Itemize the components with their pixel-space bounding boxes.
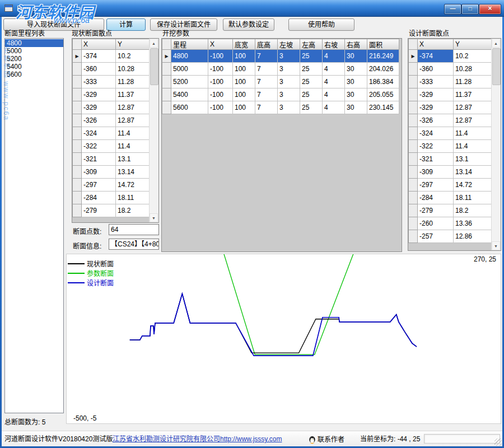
row-selector-cell[interactable]: ▶ bbox=[162, 50, 171, 63]
table-cell[interactable]: -322 bbox=[418, 140, 454, 153]
table-cell[interactable]: 4 bbox=[323, 76, 345, 88]
table-cell[interactable]: -324 bbox=[82, 127, 116, 140]
minimize-button[interactable]: — bbox=[444, 4, 461, 15]
table-cell[interactable]: -329 bbox=[418, 88, 454, 101]
table-cell[interactable]: 100 bbox=[233, 63, 255, 76]
table-row[interactable]: -33311.28 bbox=[409, 76, 492, 88]
row-selector-cell[interactable] bbox=[162, 101, 171, 114]
table-cell[interactable]: -321 bbox=[418, 153, 454, 166]
resize-grip[interactable] bbox=[494, 438, 502, 446]
row-selector-cell[interactable] bbox=[73, 140, 82, 153]
table-cell[interactable]: 25 bbox=[300, 63, 323, 76]
table-row[interactable]: -32211.4 bbox=[73, 140, 150, 153]
table-row[interactable]: ▶-37410.2 bbox=[409, 50, 492, 63]
column-header[interactable]: Y bbox=[454, 39, 492, 50]
table-cell[interactable]: 11.37 bbox=[454, 88, 492, 101]
row-selector-cell[interactable] bbox=[73, 63, 82, 76]
table-cell[interactable]: 18.11 bbox=[454, 192, 492, 204]
table-cell[interactable]: -326 bbox=[418, 114, 454, 127]
table-cell[interactable]: -374 bbox=[418, 50, 454, 63]
table-cell[interactable]: 30 bbox=[345, 63, 367, 76]
table-row[interactable]: -25712.86 bbox=[409, 230, 492, 243]
table-cell[interactable]: 7 bbox=[255, 63, 278, 76]
row-selector-cell[interactable] bbox=[162, 76, 171, 88]
table-cell[interactable]: -100 bbox=[208, 50, 233, 63]
table-cell[interactable]: 10.28 bbox=[116, 63, 150, 76]
close-button[interactable]: × bbox=[479, 4, 501, 15]
row-selector-cell[interactable] bbox=[73, 101, 82, 114]
column-header[interactable]: X bbox=[208, 39, 233, 50]
contact-author-button[interactable]: 联系作者 bbox=[309, 435, 344, 445]
table-cell[interactable]: -100 bbox=[208, 63, 233, 76]
table-cell[interactable]: 18.11 bbox=[116, 192, 150, 204]
section-info-field[interactable]: 【CS24】【4+800 bbox=[109, 239, 159, 250]
table-cell[interactable]: 230.145 bbox=[367, 101, 399, 114]
column-header[interactable]: Y bbox=[116, 39, 150, 50]
column-header[interactable]: 左高 bbox=[300, 39, 323, 50]
table-row[interactable]: -32912.87 bbox=[409, 101, 492, 114]
column-header[interactable]: 左坡 bbox=[278, 39, 300, 50]
table-row[interactable]: -33311.28 bbox=[73, 76, 150, 88]
row-selector-cell[interactable] bbox=[73, 192, 82, 204]
current-points-grid[interactable]: XY▶-37410.2-36010.28-33311.28-32911.37-3… bbox=[72, 38, 159, 223]
save-design-section-button[interactable]: 保存设计断面文件 bbox=[150, 18, 217, 31]
table-row[interactable]: -32211.4 bbox=[409, 140, 492, 153]
column-header[interactable]: 底高 bbox=[255, 39, 278, 50]
table-cell[interactable]: -279 bbox=[418, 204, 454, 217]
table-row[interactable]: -32612.87 bbox=[409, 114, 492, 127]
table-cell[interactable]: 3 bbox=[278, 50, 300, 63]
scroll-up-button[interactable]: ▲ bbox=[492, 39, 500, 48]
column-header[interactable]: 右高 bbox=[345, 39, 367, 50]
table-cell[interactable]: -360 bbox=[82, 63, 116, 76]
table-cell[interactable]: 11.4 bbox=[454, 140, 492, 153]
row-selector-cell[interactable] bbox=[409, 166, 418, 179]
table-cell[interactable]: -329 bbox=[82, 101, 116, 114]
table-cell[interactable]: 3 bbox=[278, 63, 300, 76]
table-row[interactable]: -26013.36 bbox=[409, 217, 492, 230]
table-cell[interactable]: 4 bbox=[323, 63, 345, 76]
table-row[interactable]: -32411.4 bbox=[409, 127, 492, 140]
table-cell[interactable]: 5400 bbox=[171, 88, 208, 101]
table-cell[interactable]: 204.026 bbox=[367, 63, 399, 76]
maximize-button[interactable]: □ bbox=[461, 4, 479, 15]
company-link[interactable]: 江苏省水利勘测设计研究院有限公司http://www.jsssy.com bbox=[113, 435, 282, 445]
table-cell[interactable]: 25 bbox=[300, 101, 323, 114]
table-cell[interactable]: 25 bbox=[300, 76, 323, 88]
table-cell[interactable]: 13.36 bbox=[454, 217, 492, 230]
row-selector-cell[interactable]: ▶ bbox=[73, 50, 82, 63]
table-cell[interactable]: 18.2 bbox=[454, 204, 492, 217]
row-selector-cell[interactable] bbox=[409, 101, 418, 114]
row-selector-cell[interactable] bbox=[409, 127, 418, 140]
current-points-scrollbar[interactable]: ▲ ▼ bbox=[149, 39, 158, 222]
table-cell[interactable]: 13.1 bbox=[454, 153, 492, 166]
list-item[interactable]: 5600 bbox=[5, 71, 63, 78]
row-selector-cell[interactable] bbox=[73, 114, 82, 127]
row-selector-cell[interactable] bbox=[73, 127, 82, 140]
table-row[interactable]: -32113.1 bbox=[409, 153, 492, 166]
table-row[interactable]: 5200-1001007325430186.384 bbox=[162, 76, 399, 88]
table-row[interactable]: -36010.28 bbox=[73, 63, 150, 76]
row-selector-cell[interactable] bbox=[73, 179, 82, 192]
row-selector-cell[interactable] bbox=[409, 204, 418, 217]
table-row[interactable]: -30913.14 bbox=[73, 166, 150, 179]
table-row[interactable]: -29714.72 bbox=[409, 179, 492, 192]
help-button[interactable]: 使用帮助 bbox=[288, 18, 354, 31]
table-cell[interactable]: -297 bbox=[82, 179, 116, 192]
table-cell[interactable]: -326 bbox=[82, 114, 116, 127]
table-cell[interactable]: -297 bbox=[418, 179, 454, 192]
table-cell[interactable]: -333 bbox=[82, 76, 116, 88]
table-cell[interactable]: 14.72 bbox=[454, 179, 492, 192]
table-cell[interactable]: -329 bbox=[82, 88, 116, 101]
design-points-grid[interactable]: XY▶-37410.2-36010.28-33311.28-32911.37-3… bbox=[408, 38, 501, 251]
table-cell[interactable]: -309 bbox=[418, 166, 454, 179]
table-cell[interactable]: 5200 bbox=[171, 76, 208, 88]
column-header[interactable]: 右坡 bbox=[323, 39, 345, 50]
table-cell[interactable]: 100 bbox=[233, 50, 255, 63]
row-selector-cell[interactable] bbox=[73, 204, 82, 217]
row-selector-cell[interactable] bbox=[162, 88, 171, 101]
table-cell[interactable]: -322 bbox=[82, 140, 116, 153]
table-cell[interactable]: 30 bbox=[345, 101, 367, 114]
table-cell[interactable]: -309 bbox=[82, 166, 116, 179]
table-cell[interactable]: 100 bbox=[233, 76, 255, 88]
table-cell[interactable]: 13.14 bbox=[116, 166, 150, 179]
